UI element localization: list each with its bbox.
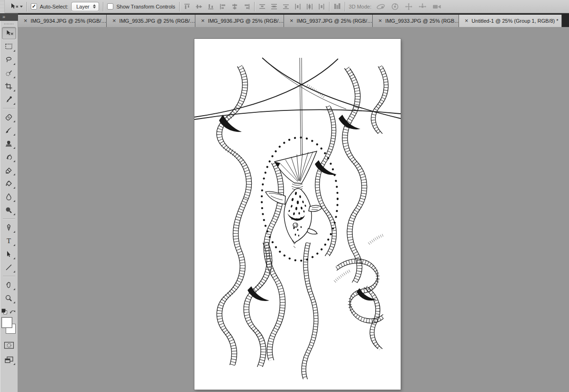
- brush-icon: [5, 127, 13, 134]
- tool-preset-caret-icon[interactable]: [20, 6, 23, 8]
- flyout-triangle-icon: [13, 63, 15, 65]
- eraser-tool-button[interactable]: [2, 164, 16, 176]
- separator: [103, 2, 103, 11]
- tools-panel-grip[interactable]: [4, 23, 14, 25]
- document-canvas[interactable]: [194, 39, 401, 390]
- eraser-icon: [5, 166, 13, 174]
- zoom-icon: [5, 294, 13, 302]
- move-tool-button[interactable]: [2, 27, 16, 39]
- pen-tool-button[interactable]: [2, 221, 16, 234]
- line-tool-button[interactable]: [2, 261, 16, 273]
- paint-bucket-icon: [5, 180, 13, 187]
- tab-img-9936[interactable]: × IMG_9936.JPG @ 25% (RGB/…: [195, 15, 284, 27]
- flyout-triangle-icon: [13, 134, 15, 136]
- separator: [27, 2, 27, 11]
- 3d-camera-icon[interactable]: [432, 3, 441, 10]
- type-tool-button[interactable]: T: [2, 235, 16, 247]
- auto-select-target-dropdown[interactable]: Layer: [71, 2, 100, 11]
- distribute-buttons: [258, 3, 325, 10]
- current-tool-button[interactable]: [9, 2, 23, 11]
- auto-select-checkbox[interactable]: ✓: [31, 3, 37, 9]
- show-transform-checkbox[interactable]: [107, 3, 113, 9]
- history-brush-tool-button[interactable]: [2, 151, 16, 163]
- tab-untitled-1[interactable]: × Untitled-1 @ 25% (Group 1, RGB/8) *: [459, 15, 562, 27]
- align-vertical-centers-icon[interactable]: [195, 3, 203, 10]
- distribute-bottom-edges-icon[interactable]: [282, 3, 290, 10]
- distribute-vertical-centers-icon[interactable]: [270, 3, 278, 10]
- screen-mode-button[interactable]: [2, 354, 16, 366]
- spot-healing-brush-tool-button[interactable]: [2, 111, 16, 123]
- blur-tool-button[interactable]: [2, 191, 16, 203]
- document-tab-strip: × IMG_9934.JPG @ 25% (RGB/… × IMG_9935.J…: [0, 13, 569, 27]
- foreground-color-swatch[interactable]: [1, 317, 12, 328]
- default-colors-icon[interactable]: [1, 309, 8, 315]
- distribute-horizontal-centers-icon[interactable]: [306, 3, 313, 10]
- tab-label: Untitled-1 @ 25% (Group 1, RGB/8) *: [472, 18, 559, 24]
- options-bar-grip[interactable]: [0, 0, 5, 13]
- align-horizontal-centers-icon[interactable]: [231, 3, 239, 10]
- align-bottom-edges-icon[interactable]: [207, 3, 215, 10]
- lasso-tool-button[interactable]: [2, 54, 16, 66]
- align-top-edges-icon[interactable]: [184, 3, 191, 10]
- flyout-triangle-icon: [13, 120, 15, 122]
- collapse-panel-button[interactable]: »: [0, 13, 18, 21]
- crop-icon: [5, 82, 13, 90]
- flyout-triangle-icon: [13, 50, 15, 52]
- tab-img-9934[interactable]: × IMG_9934.JPG @ 25% (RGB/…: [18, 15, 107, 27]
- spot-healing-brush-icon: [5, 113, 13, 121]
- dropdown-arrows-icon: [93, 4, 96, 9]
- hand-tool-button[interactable]: [2, 279, 16, 291]
- rectangular-marquee-tool-button[interactable]: [2, 40, 16, 53]
- distribute-top-edges-icon[interactable]: [258, 3, 266, 10]
- crop-tool-button[interactable]: [2, 80, 16, 92]
- flyout-triangle-icon: [13, 90, 15, 91]
- 3d-orbit-icon[interactable]: [376, 3, 385, 10]
- pen-icon: [5, 224, 13, 231]
- threed-mode-buttons: [376, 3, 441, 10]
- distribute-right-edges-icon[interactable]: [318, 3, 325, 10]
- tab-img-9933[interactable]: × IMG_9933.JPG @ 25% (RGB…: [373, 15, 459, 27]
- line-tool-icon: [5, 264, 13, 271]
- distribute-left-edges-icon[interactable]: [294, 3, 302, 10]
- quick-mask-button[interactable]: [2, 339, 16, 351]
- path-selection-icon: [5, 250, 13, 258]
- separator: [345, 2, 345, 11]
- tab-img-9937[interactable]: × IMG_9937.JPG @ 25% (RGB/…: [284, 15, 373, 27]
- quick-selection-tool-button[interactable]: [2, 67, 16, 79]
- options-bar: ✓ Auto-Select: Layer Show Transform Cont…: [0, 0, 569, 13]
- color-wells: [1, 317, 17, 336]
- lasso-icon: [5, 56, 13, 64]
- flyout-triangle-icon: [13, 271, 15, 273]
- flyout-triangle-icon: [13, 173, 15, 175]
- tab-label: IMG_9933.JPG @ 25% (RGB…: [385, 18, 459, 24]
- tools-panel: T: [0, 21, 18, 392]
- eyedropper-tool-button[interactable]: [2, 93, 16, 106]
- tab-label: IMG_9936.JPG @ 25% (RGB/…: [208, 18, 284, 24]
- auto-align-layers-icon: [333, 3, 341, 10]
- align-left-edges-icon[interactable]: [219, 3, 227, 10]
- separator: [179, 2, 180, 11]
- dodge-tool-button[interactable]: [2, 204, 16, 216]
- align-right-edges-icon[interactable]: [243, 3, 250, 10]
- close-icon[interactable]: ×: [290, 18, 294, 24]
- 3d-slide-icon[interactable]: [418, 3, 427, 10]
- 3d-pan-icon[interactable]: [404, 3, 413, 10]
- quick-selection-icon: [5, 69, 13, 77]
- tools-divider: [3, 276, 15, 276]
- auto-align-button[interactable]: [333, 3, 341, 10]
- tab-img-9935[interactable]: × IMG_9935.JPG @ 25% (RGB/…: [107, 15, 195, 27]
- 3d-roll-icon[interactable]: [391, 3, 399, 10]
- swap-colors-icon[interactable]: [9, 309, 16, 314]
- close-icon[interactable]: ×: [465, 18, 468, 24]
- close-icon[interactable]: ×: [112, 18, 116, 24]
- zoom-tool-button[interactable]: [2, 292, 16, 304]
- brush-tool-button[interactable]: [2, 124, 16, 137]
- photoshop-window: ✓ Auto-Select: Layer Show Transform Cont…: [0, 0, 569, 392]
- path-selection-tool-button[interactable]: [2, 248, 16, 260]
- clone-stamp-tool-button[interactable]: [2, 137, 16, 150]
- close-icon[interactable]: ×: [378, 18, 382, 24]
- close-icon[interactable]: ×: [201, 18, 205, 24]
- paint-bucket-tool-button[interactable]: [2, 177, 16, 190]
- canvas-area[interactable]: [18, 27, 569, 392]
- close-icon[interactable]: ×: [24, 18, 28, 24]
